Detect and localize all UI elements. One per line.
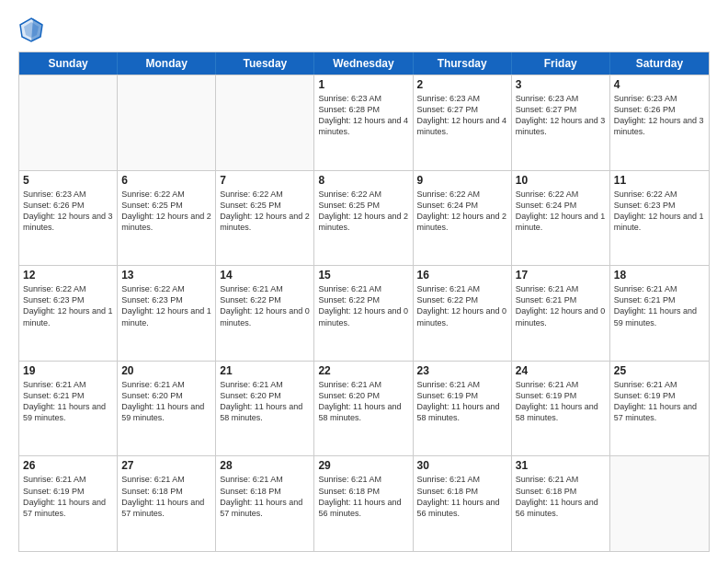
day-number: 12: [23, 269, 113, 282]
day-number: 22: [318, 364, 408, 377]
cell-info: Sunrise: 6:22 AM Sunset: 6:25 PM Dayligh…: [121, 189, 211, 234]
day-cell-3: 3Sunrise: 6:23 AM Sunset: 6:27 PM Daylig…: [512, 75, 610, 170]
day-number: 8: [318, 174, 408, 187]
day-number: 11: [614, 174, 705, 187]
cell-info: Sunrise: 6:21 AM Sunset: 6:21 PM Dayligh…: [516, 283, 606, 328]
day-number: 13: [121, 269, 211, 282]
day-cell-22: 22Sunrise: 6:21 AM Sunset: 6:20 PM Dayli…: [314, 362, 413, 456]
cell-info: Sunrise: 6:21 AM Sunset: 6:18 PM Dayligh…: [417, 474, 507, 519]
day-number: 19: [23, 364, 113, 377]
day-cell-31: 31Sunrise: 6:21 AM Sunset: 6:18 PM Dayli…: [512, 456, 610, 551]
day-number: 23: [417, 364, 507, 377]
cell-info: Sunrise: 6:21 AM Sunset: 6:20 PM Dayligh…: [121, 379, 211, 424]
day-number: 3: [516, 78, 606, 91]
day-number: 14: [220, 269, 310, 282]
day-header-monday: Monday: [118, 52, 216, 75]
day-cell-17: 17Sunrise: 6:21 AM Sunset: 6:21 PM Dayli…: [512, 266, 610, 361]
cell-info: Sunrise: 6:22 AM Sunset: 6:23 PM Dayligh…: [614, 189, 705, 234]
cell-info: Sunrise: 6:21 AM Sunset: 6:22 PM Dayligh…: [318, 283, 408, 328]
day-number: 24: [516, 364, 606, 377]
cell-info: Sunrise: 6:21 AM Sunset: 6:19 PM Dayligh…: [516, 379, 606, 424]
day-cell-20: 20Sunrise: 6:21 AM Sunset: 6:20 PM Dayli…: [118, 362, 216, 456]
day-cell-8: 8Sunrise: 6:22 AM Sunset: 6:25 PM Daylig…: [314, 171, 413, 266]
calendar-body: 1Sunrise: 6:23 AM Sunset: 6:28 PM Daylig…: [19, 75, 709, 551]
day-number: 2: [417, 78, 507, 91]
page: SundayMondayTuesdayWednesdayThursdayFrid…: [0, 0, 728, 563]
day-number: 9: [417, 174, 507, 187]
day-header-wednesday: Wednesday: [314, 52, 413, 75]
day-cell-10: 10Sunrise: 6:22 AM Sunset: 6:24 PM Dayli…: [512, 171, 610, 266]
day-number: 29: [318, 459, 408, 472]
calendar-row-3: 12Sunrise: 6:22 AM Sunset: 6:23 PM Dayli…: [19, 265, 709, 361]
cell-info: Sunrise: 6:21 AM Sunset: 6:22 PM Dayligh…: [220, 283, 310, 328]
cell-info: Sunrise: 6:23 AM Sunset: 6:26 PM Dayligh…: [614, 93, 705, 138]
day-header-sunday: Sunday: [19, 52, 118, 75]
day-number: 28: [220, 459, 310, 472]
calendar-row-4: 19Sunrise: 6:21 AM Sunset: 6:21 PM Dayli…: [19, 361, 709, 456]
day-header-thursday: Thursday: [414, 52, 512, 75]
cell-info: Sunrise: 6:23 AM Sunset: 6:27 PM Dayligh…: [417, 93, 507, 138]
day-cell-2: 2Sunrise: 6:23 AM Sunset: 6:27 PM Daylig…: [414, 75, 512, 170]
day-number: 5: [23, 174, 113, 187]
day-header-tuesday: Tuesday: [216, 52, 314, 75]
day-cell-7: 7Sunrise: 6:22 AM Sunset: 6:25 PM Daylig…: [216, 171, 314, 266]
calendar-row-1: 1Sunrise: 6:23 AM Sunset: 6:28 PM Daylig…: [19, 75, 709, 170]
day-header-friday: Friday: [512, 52, 610, 75]
day-cell-11: 11Sunrise: 6:22 AM Sunset: 6:23 PM Dayli…: [610, 171, 709, 266]
day-number: 17: [516, 269, 606, 282]
day-number: 16: [417, 269, 507, 282]
day-cell-29: 29Sunrise: 6:21 AM Sunset: 6:18 PM Dayli…: [314, 456, 413, 551]
day-cell-19: 19Sunrise: 6:21 AM Sunset: 6:21 PM Dayli…: [19, 362, 118, 456]
logo: [18, 17, 48, 42]
day-cell-28: 28Sunrise: 6:21 AM Sunset: 6:18 PM Dayli…: [216, 456, 314, 551]
day-cell-24: 24Sunrise: 6:21 AM Sunset: 6:19 PM Dayli…: [512, 362, 610, 456]
cell-info: Sunrise: 6:23 AM Sunset: 6:26 PM Dayligh…: [23, 189, 113, 234]
cell-info: Sunrise: 6:23 AM Sunset: 6:27 PM Dayligh…: [516, 93, 606, 138]
cell-info: Sunrise: 6:21 AM Sunset: 6:18 PM Dayligh…: [121, 474, 211, 519]
cell-info: Sunrise: 6:21 AM Sunset: 6:19 PM Dayligh…: [417, 379, 507, 424]
day-number: 25: [614, 364, 705, 377]
day-cell-23: 23Sunrise: 6:21 AM Sunset: 6:19 PM Dayli…: [414, 362, 512, 456]
day-number: 20: [121, 364, 211, 377]
cell-info: Sunrise: 6:21 AM Sunset: 6:18 PM Dayligh…: [516, 474, 606, 519]
day-number: 10: [516, 174, 606, 187]
day-header-saturday: Saturday: [610, 52, 709, 75]
day-cell-30: 30Sunrise: 6:21 AM Sunset: 6:18 PM Dayli…: [414, 456, 512, 551]
day-cell-15: 15Sunrise: 6:21 AM Sunset: 6:22 PM Dayli…: [314, 266, 413, 361]
empty-cell: [19, 75, 118, 170]
day-number: 15: [318, 269, 408, 282]
cell-info: Sunrise: 6:22 AM Sunset: 6:25 PM Dayligh…: [318, 189, 408, 234]
logo-icon: [18, 17, 44, 42]
cell-info: Sunrise: 6:22 AM Sunset: 6:23 PM Dayligh…: [23, 283, 113, 328]
day-number: 30: [417, 459, 507, 472]
cell-info: Sunrise: 6:21 AM Sunset: 6:21 PM Dayligh…: [23, 379, 113, 424]
day-cell-26: 26Sunrise: 6:21 AM Sunset: 6:19 PM Dayli…: [19, 456, 118, 551]
cell-info: Sunrise: 6:21 AM Sunset: 6:21 PM Dayligh…: [614, 283, 705, 328]
cell-info: Sunrise: 6:21 AM Sunset: 6:20 PM Dayligh…: [220, 379, 310, 424]
header: [18, 17, 710, 42]
day-number: 1: [318, 78, 408, 91]
calendar: SundayMondayTuesdayWednesdayThursdayFrid…: [18, 52, 710, 552]
cell-info: Sunrise: 6:21 AM Sunset: 6:22 PM Dayligh…: [417, 283, 507, 328]
day-cell-1: 1Sunrise: 6:23 AM Sunset: 6:28 PM Daylig…: [314, 75, 413, 170]
day-cell-25: 25Sunrise: 6:21 AM Sunset: 6:19 PM Dayli…: [610, 362, 709, 456]
cell-info: Sunrise: 6:21 AM Sunset: 6:19 PM Dayligh…: [614, 379, 705, 424]
day-number: 7: [220, 174, 310, 187]
empty-cell: [216, 75, 314, 170]
cell-info: Sunrise: 6:22 AM Sunset: 6:24 PM Dayligh…: [417, 189, 507, 234]
day-cell-13: 13Sunrise: 6:22 AM Sunset: 6:23 PM Dayli…: [118, 266, 216, 361]
empty-cell: [118, 75, 216, 170]
cell-info: Sunrise: 6:21 AM Sunset: 6:18 PM Dayligh…: [318, 474, 408, 519]
day-number: 6: [121, 174, 211, 187]
cell-info: Sunrise: 6:21 AM Sunset: 6:19 PM Dayligh…: [23, 474, 113, 519]
cell-info: Sunrise: 6:23 AM Sunset: 6:28 PM Dayligh…: [318, 93, 408, 138]
empty-cell: [610, 456, 709, 551]
cell-info: Sunrise: 6:21 AM Sunset: 6:20 PM Dayligh…: [318, 379, 408, 424]
day-cell-6: 6Sunrise: 6:22 AM Sunset: 6:25 PM Daylig…: [118, 171, 216, 266]
day-cell-14: 14Sunrise: 6:21 AM Sunset: 6:22 PM Dayli…: [216, 266, 314, 361]
day-cell-21: 21Sunrise: 6:21 AM Sunset: 6:20 PM Dayli…: [216, 362, 314, 456]
day-cell-16: 16Sunrise: 6:21 AM Sunset: 6:22 PM Dayli…: [414, 266, 512, 361]
day-number: 26: [23, 459, 113, 472]
cell-info: Sunrise: 6:22 AM Sunset: 6:24 PM Dayligh…: [516, 189, 606, 234]
day-cell-5: 5Sunrise: 6:23 AM Sunset: 6:26 PM Daylig…: [19, 171, 118, 266]
